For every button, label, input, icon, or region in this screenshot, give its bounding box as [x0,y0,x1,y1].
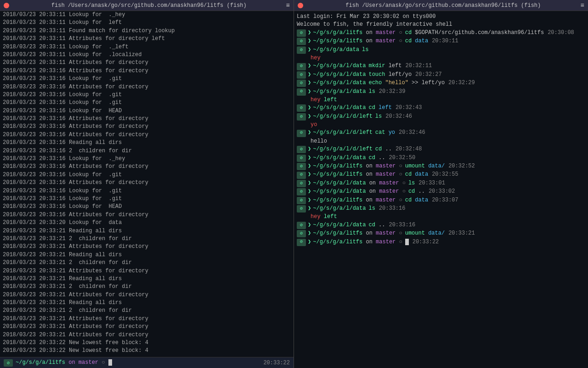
log-line: 2018/03/23 20:33:16 Lookup for HEAD [3,203,291,211]
command-time: 20:32:52 [448,162,475,170]
command-row: ⊘❯~/g/s/g/a/litfs on master ○umount data… [297,162,585,170]
command-row: ⊘❯~/g/s/g/a/litfs on master ○cd data20:3… [297,37,585,45]
cursor [405,239,409,245]
arrow-icon: ❯ [308,79,311,87]
command-time: 20:33:22 [413,238,439,246]
log-line: 2018/03/23 20:33:16 Lookup for .git [3,91,291,99]
command-text: cd left [368,104,391,112]
command-text: cd .. [368,221,385,229]
log-line: 2018/03/23 20:33:16 Attributes for direc… [3,179,291,187]
command-text: umount data/ [405,162,445,170]
menu-icon-left[interactable]: ≡ [286,2,290,9]
command-row: ⊘❯~/g/s/g/a/l/datamkdir left20:32:11 [297,62,585,70]
log-line: 2018/03/23 20:33:21 Reading all dirs [3,275,291,283]
arrow-icon: ❯ [308,37,311,45]
prompt-text: ~/g/s/g/a/l/data [313,154,366,162]
right-pane: fish /Users/anask/go/src/github.com/anas… [294,0,588,368]
prompt-box: ⊘ [297,146,306,153]
command-text: mkdir left [368,62,401,70]
prompt-box: ⊘ [297,180,306,187]
command-row: ⊘❯~/g/s/g/a/l/datacd left20:32:43 [297,104,585,112]
log-line: 2018/03/23 20:33:11 Lookup for ._left [3,43,291,51]
menu-icon-right[interactable]: ≡ [581,2,584,9]
command-text: ls [368,205,375,213]
left-title-bar: fish /Users/anask/go/src/github.com/anas… [0,0,294,11]
right-title-bar: fish /Users/anask/go/src/github.com/anas… [294,0,588,11]
log-line: 2018/03/23 20:33:16 Lookup for .git [3,187,291,195]
command-time: 20:32:46 [399,129,425,137]
prompt-box: ⊘ [297,239,306,246]
command-text: umount data/ [405,230,445,237]
arrow-icon: ❯ [308,113,311,121]
command-text: cd $GOPATH/src/github.com/anaskhan96/lit… [405,29,544,37]
output-line: hey [297,54,585,62]
command-time: 20:32:43 [396,104,422,112]
prompt-text: ~/g/s/g/a/l/d/left [313,129,373,137]
command-row: ⊘❯~/g/s/g/a/l/data on master ○ls20:33:01 [297,179,585,187]
arrow-icon: ❯ [308,162,311,170]
prompt-box: ⊘ [297,88,306,96]
prompt-text: ~/g/s/g/a/l/d/left [313,145,373,153]
command-text: ls [408,179,415,187]
close-button-right[interactable] [298,3,303,8]
prompt-text: ~/g/s/g/a/litfs on master ○ [313,171,402,178]
log-line: 2018/03/23 20:33:11 Found match for dire… [3,27,291,35]
prompt-box: ⊘ [297,38,306,45]
prompt-text: ~/g/s/g/a/l/data [313,71,366,79]
command-text: cd .. [368,154,385,162]
log-line: 2018/03/23 20:33:16 2 children for dir [3,147,291,155]
command-time: 20:32:39 [379,88,406,96]
log-line: 2018/03/23 20:33:11 Lookup for left [3,19,291,27]
prompt-box: ⊘ [297,80,306,87]
prompt-text: ~/g/s/g/a/l/data [313,88,366,96]
right-terminal-content[interactable]: Last login: Fri Mar 23 20:30:02 on ttys0… [294,11,588,368]
log-line: 2018/03/23 20:33:21 Attributes for direc… [3,291,291,299]
prompt-text: ~/g/s/g/a/l/data [313,205,366,213]
command-row: ⊘❯~/g/s/g/a/l/datals20:33:16 [297,205,585,213]
close-button-left[interactable] [4,3,9,8]
prompt-box: ⊘ [297,172,306,179]
log-line: 2018/03/23 20:33:21 2 children for dir [3,235,291,243]
log-line: 2018/03/23 20:33:21 Reading all dirs [3,227,291,235]
prompt-box: ⊘ [297,130,306,137]
command-text: cd data [405,37,428,45]
prompt-box: ⊘ [297,113,306,121]
log-line: 2018/03/23 20:33:11 Lookup for ._hey [3,11,291,19]
arrow-icon: ❯ [308,205,311,213]
arrow-icon: ❯ [308,230,311,237]
command-text: touch left/yo [368,71,412,79]
arrow-icon: ❯ [308,129,311,137]
output-line: yo [297,121,585,129]
log-line: 2018/03/23 20:33:20 Lookup for data [3,219,291,227]
command-time: 20:33:01 [418,179,445,187]
prompt-text: ~/g/s/g/a/litfs on master ○ [313,37,402,45]
command-time: 20:32:46 [385,113,412,121]
left-terminal-content[interactable]: 2018/03/23 20:33:11 Lookup for ._hey2018… [0,11,294,357]
terminal-line: Welcome to fish, the friendly interactiv… [297,21,585,29]
prompt-text: ~/g/s/g/a/litfs on master ○ [313,196,402,204]
command-time: 20:33:16 [379,205,406,213]
command-row: ⊘❯~/g/s/g/a/l/d/leftls20:32:46 [297,113,585,121]
log-line: 2018/03/23 20:33:16 Lookup for ._hey [3,155,291,163]
log-line: 2018/03/23 20:33:21 Attributes for direc… [3,315,291,323]
prompt-box: ⊘ [297,63,306,70]
log-line: 2018/03/23 20:33:21 2 children for dir [3,259,291,267]
log-line: 2018/03/23 20:33:16 Lookup for HEAD [3,107,291,115]
command-time: 20:33:02 [429,188,455,196]
terminal-container: fish /Users/anask/go/src/github.com/anas… [0,0,588,368]
log-line: 2018/03/23 20:33:11 Lookup for .localize… [3,51,291,59]
arrow-icon: ❯ [308,145,311,153]
log-line: 2018/03/23 20:33:21 Attributes for direc… [3,243,291,251]
log-line: 2018/03/23 20:33:21 Attributes for direc… [3,323,291,331]
prompt-box: ⊘ [297,104,306,112]
log-line: 2018/03/23 20:33:21 Attributes for direc… [3,267,291,275]
prompt-box: ⊘ [297,155,306,162]
command-text: echo "hello" >> left/yo [368,79,445,87]
command-time: 20:32:11 [405,62,432,70]
command-row: ⊘❯~/g/s/g/a/litfs on master ○umount data… [297,230,585,237]
log-line: 2018/03/23 20:33:16 Attributes for direc… [3,115,291,123]
prompt-text: ~/g/s/g/a/l/data [313,62,366,70]
arrow-icon: ❯ [308,171,311,178]
arrow-icon: ❯ [308,179,311,187]
command-row: ⊘❯~/g/s/g/a/datals [297,46,585,54]
